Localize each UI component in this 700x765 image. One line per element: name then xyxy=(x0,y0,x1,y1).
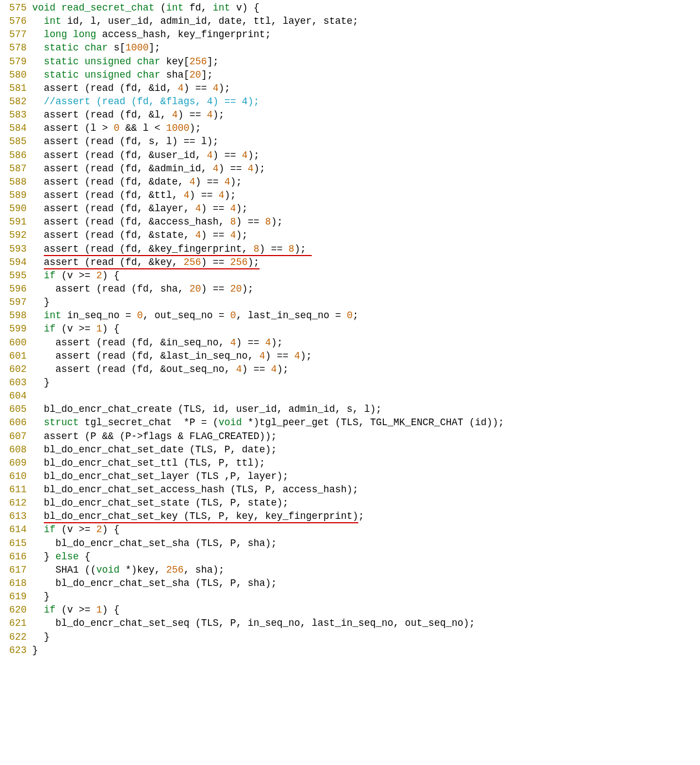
line-number: 584 xyxy=(0,121,32,135)
code-content: assert (l > 0 && l < 1000); xyxy=(32,121,201,135)
code-content: } xyxy=(32,376,50,389)
line-number: 579 xyxy=(0,55,32,68)
code-line: 592 assert (read (fd, &state, 4) == 4); xyxy=(0,228,700,242)
code-content: bl_do_encr_chat_set_ttl (TLS, P, ttl); xyxy=(32,456,265,470)
code-content: static char s[1000]; xyxy=(32,41,160,54)
code-content: if (v >= 1) { xyxy=(32,322,120,335)
code-content: assert (P && (P->flags & FLAG_CREATED)); xyxy=(32,430,277,443)
code-line: 610 bl_do_encr_chat_set_layer (TLS ,P, l… xyxy=(0,470,700,483)
line-number: 592 xyxy=(0,228,32,242)
line-number: 589 xyxy=(0,188,32,202)
line-number: 586 xyxy=(0,149,32,162)
code-line: 575void read_secret_chat (int fd, int v)… xyxy=(0,1,700,14)
code-line: 581 assert (read (fd, &id, 4) == 4); xyxy=(0,81,700,95)
code-line: 616 } else { xyxy=(0,550,700,563)
code-content: static unsigned char key[256]; xyxy=(32,55,219,68)
line-number: 594 xyxy=(0,256,32,269)
code-line: 615 bl_do_encr_chat_set_sha (TLS, P, sha… xyxy=(0,537,700,550)
code-content: static unsigned char sha[20]; xyxy=(32,68,213,81)
code-block: 575void read_secret_chat (int fd, int v)… xyxy=(0,0,700,657)
line-number: 616 xyxy=(0,550,32,563)
line-number: 593 xyxy=(0,242,32,256)
line-number: 596 xyxy=(0,282,32,295)
code-content: bl_do_encr_chat_set_sha (TLS, P, sha); xyxy=(32,577,277,590)
code-content: assert (read (fd, &key_fingerprint, 8) =… xyxy=(32,242,306,256)
line-number: 607 xyxy=(0,430,32,443)
line-number: 605 xyxy=(0,402,32,416)
code-content: assert (read (fd, sha, 20) == 20); xyxy=(32,282,253,295)
code-content: assert (read (fd, s, l) == l); xyxy=(32,135,219,148)
line-number: 606 xyxy=(0,416,32,429)
line-number: 613 xyxy=(0,509,32,523)
code-line: 582 //assert (read (fd, &flags, 4) == 4)… xyxy=(0,95,700,108)
code-line: 588 assert (read (fd, &date, 4) == 4); xyxy=(0,175,700,188)
line-number: 612 xyxy=(0,496,32,509)
code-line: 599 if (v >= 1) { xyxy=(0,322,700,335)
line-number: 604 xyxy=(0,389,32,402)
line-number: 622 xyxy=(0,630,32,644)
code-content: bl_do_encr_chat_set_date (TLS, P, date); xyxy=(32,443,277,456)
code-line: 606 struct tgl_secret_chat *P = (void *)… xyxy=(0,416,700,429)
line-number: 585 xyxy=(0,135,32,148)
code-content: } xyxy=(32,295,50,309)
code-content: assert (read (fd, &user_id, 4) == 4); xyxy=(32,149,260,162)
code-content: //assert (read (fd, &flags, 4) == 4); xyxy=(32,95,260,108)
line-number: 595 xyxy=(0,269,32,282)
line-number: 601 xyxy=(0,349,32,363)
code-line: 608 bl_do_encr_chat_set_date (TLS, P, da… xyxy=(0,443,700,456)
code-line: 609 bl_do_encr_chat_set_ttl (TLS, P, ttl… xyxy=(0,456,700,470)
line-number: 620 xyxy=(0,603,32,616)
code-content: bl_do_encr_chat_set_layer (TLS ,P, layer… xyxy=(32,470,288,483)
code-content: assert (read (fd, &ttl, 4) == 4); xyxy=(32,188,236,202)
code-line: 579 static unsigned char key[256]; xyxy=(0,55,700,68)
line-number: 611 xyxy=(0,483,32,496)
code-line: 580 static unsigned char sha[20]; xyxy=(0,68,700,81)
code-content: long long access_hash, key_fingerprint; xyxy=(32,28,271,41)
line-number: 582 xyxy=(0,95,32,108)
line-number: 581 xyxy=(0,81,32,95)
code-line: 586 assert (read (fd, &user_id, 4) == 4)… xyxy=(0,149,700,162)
code-line: 587 assert (read (fd, &admin_id, 4) == 4… xyxy=(0,162,700,175)
code-line: 620 if (v >= 1) { xyxy=(0,603,700,616)
code-line: 600 assert (read (fd, &in_seq_no, 4) == … xyxy=(0,336,700,349)
code-line: 589 assert (read (fd, &ttl, 4) == 4); xyxy=(0,188,700,202)
code-content: assert (read (fd, &id, 4) == 4); xyxy=(32,81,230,95)
code-line: 613 bl_do_encr_chat_set_key (TLS, P, key… xyxy=(0,509,700,523)
code-content: assert (read (fd, &access_hash, 8) == 8)… xyxy=(32,215,283,228)
code-line: 601 assert (read (fd, &last_in_seq_no, 4… xyxy=(0,349,700,363)
code-line: 585 assert (read (fd, s, l) == l); xyxy=(0,135,700,148)
code-line: 577 long long access_hash, key_fingerpri… xyxy=(0,28,700,41)
line-number: 598 xyxy=(0,309,32,322)
code-content: assert (read (fd, &in_seq_no, 4) == 4); xyxy=(32,336,283,349)
code-line: 593 assert (read (fd, &key_fingerprint, … xyxy=(0,242,700,256)
code-content: } xyxy=(32,630,50,644)
line-number: 608 xyxy=(0,443,32,456)
code-content: assert (read (fd, &last_in_seq_no, 4) ==… xyxy=(32,349,312,363)
code-line: 614 if (v >= 2) { xyxy=(0,523,700,536)
code-line: 578 static char s[1000]; xyxy=(0,41,700,54)
line-number: 617 xyxy=(0,563,32,577)
code-content: bl_do_encr_chat_set_seq (TLS, P, in_seq_… xyxy=(32,616,475,630)
code-content: assert (read (fd, &out_seq_no, 4) == 4); xyxy=(32,363,288,376)
code-line: 621 bl_do_encr_chat_set_seq (TLS, P, in_… xyxy=(0,616,700,630)
code-content: bl_do_encr_chat_set_key (TLS, P, key, ke… xyxy=(32,509,364,523)
line-number: 618 xyxy=(0,577,32,590)
code-content: } else { xyxy=(32,550,90,563)
line-number: 580 xyxy=(0,68,32,81)
code-content: assert (read (fd, &l, 4) == 4); xyxy=(32,108,225,121)
line-number: 599 xyxy=(0,322,32,335)
code-content: if (v >= 2) { xyxy=(32,269,120,282)
code-content: int in_seq_no = 0, out_seq_no = 0, last_… xyxy=(32,309,358,322)
line-number: 590 xyxy=(0,202,32,215)
code-line: 594 assert (read (fd, &key, 256) == 256)… xyxy=(0,256,700,269)
code-content: SHA1 ((void *)key, 256, sha); xyxy=(32,563,225,577)
code-line: 612 bl_do_encr_chat_set_state (TLS, P, s… xyxy=(0,496,700,509)
code-content: assert (read (fd, &layer, 4) == 4); xyxy=(32,202,248,215)
code-content: bl_do_encr_chat_set_sha (TLS, P, sha); xyxy=(32,537,277,550)
code-content: bl_do_encr_chat_create (TLS, id, user_id… xyxy=(32,402,382,416)
line-number: 600 xyxy=(0,336,32,349)
code-content: assert (read (fd, &key, 256) == 256); xyxy=(32,256,260,269)
line-number: 623 xyxy=(0,644,32,657)
line-number: 614 xyxy=(0,523,32,536)
line-number: 619 xyxy=(0,590,32,603)
